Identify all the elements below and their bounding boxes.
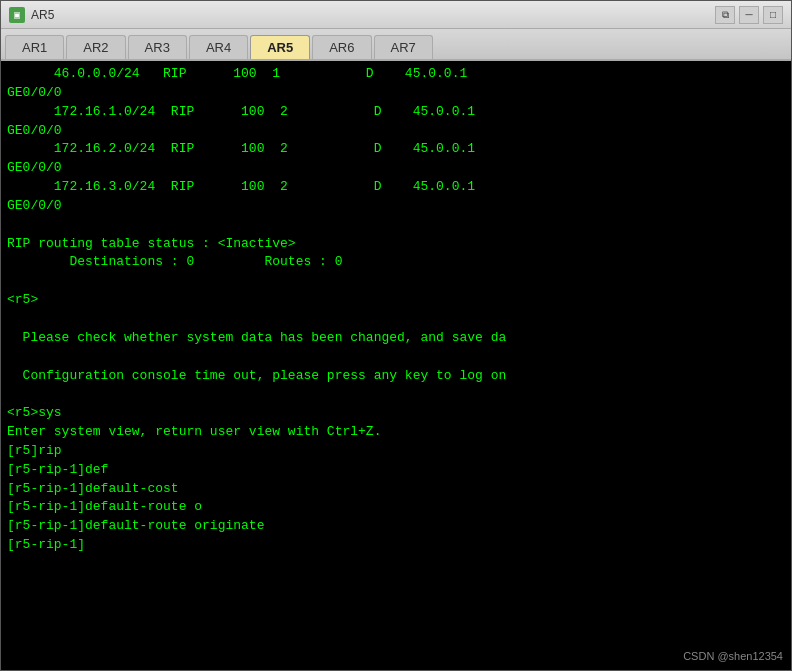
- maximize-button[interactable]: □: [763, 6, 783, 24]
- window-icon: ▣: [9, 7, 25, 23]
- minimize-button[interactable]: ─: [739, 6, 759, 24]
- tab-ar1[interactable]: AR1: [5, 35, 64, 59]
- window-controls: ⧉ ─ □: [715, 6, 783, 24]
- tab-ar7[interactable]: AR7: [374, 35, 433, 59]
- tab-ar3[interactable]: AR3: [128, 35, 187, 59]
- terminal-output: 46.0.0.0/24 RIP 100 1 D 45.0.0.1 GE0/0/0…: [7, 65, 785, 555]
- window-title: AR5: [31, 8, 715, 22]
- main-window: ▣ AR5 ⧉ ─ □ AR1AR2AR3AR4AR5AR6AR7 46.0.0…: [0, 0, 792, 671]
- watermark-text: CSDN @shen12354: [683, 650, 783, 662]
- restore-button[interactable]: ⧉: [715, 6, 735, 24]
- terminal-area[interactable]: 46.0.0.0/24 RIP 100 1 D 45.0.0.1 GE0/0/0…: [1, 61, 791, 670]
- tab-ar4[interactable]: AR4: [189, 35, 248, 59]
- tab-ar6[interactable]: AR6: [312, 35, 371, 59]
- tab-ar2[interactable]: AR2: [66, 35, 125, 59]
- tab-bar: AR1AR2AR3AR4AR5AR6AR7: [1, 29, 791, 61]
- title-bar: ▣ AR5 ⧉ ─ □: [1, 1, 791, 29]
- tab-ar5[interactable]: AR5: [250, 35, 310, 59]
